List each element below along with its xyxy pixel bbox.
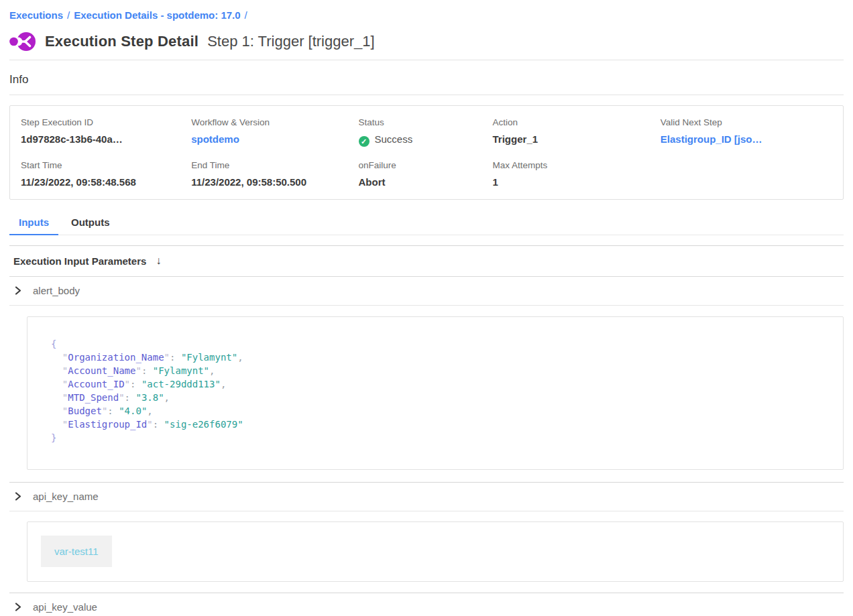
param-name: api_key_value [33, 601, 97, 613]
fylamynt-logo-icon [9, 30, 36, 53]
info-field-label: Step Execution ID [21, 117, 191, 127]
chevron-right-icon[interactable] [13, 286, 22, 295]
param-name: alert_body [33, 285, 80, 296]
chevron-right-icon[interactable] [13, 492, 22, 501]
status-text: Success [375, 133, 413, 145]
alert-body-json: { "Organization_Name": "Fylamynt", "Acco… [27, 317, 843, 444]
param-row-api-key-value[interactable]: api_key_value [9, 593, 844, 616]
info-field: onFailureAbort [359, 160, 493, 188]
info-field: End Time11/23/2022, 09:58:50.500 [191, 160, 358, 188]
divider [9, 95, 844, 95]
tab-outputs[interactable]: Outputs [62, 214, 119, 235]
breadcrumb-separator: / [67, 9, 70, 21]
page-subtitle: Step 1: Trigger [trigger_1] [207, 33, 374, 50]
info-field-label: onFailure [359, 160, 493, 170]
chevron-right-icon[interactable] [13, 603, 22, 611]
breadcrumb: Executions/Execution Details - spotdemo:… [9, 0, 844, 21]
tab-inputs[interactable]: Inputs [9, 214, 58, 235]
info-field-label: Workflow & Version [191, 117, 358, 127]
param-row-api-key-name[interactable]: api_key_name [9, 483, 844, 511]
breadcrumb-separator: / [245, 9, 247, 21]
info-field-value: 11/23/2022, 09:58:50.500 [191, 176, 358, 188]
tab-bar: InputsOutputs [9, 214, 844, 235]
page-title: Execution Step Detail [45, 33, 198, 50]
info-field: Status✓Success [359, 117, 493, 147]
info-field-value: 1 [493, 176, 661, 188]
info-field-value: Trigger_1 [493, 133, 661, 145]
page-header: Execution Step Detail Step 1: Trigger [t… [9, 30, 844, 53]
breadcrumb-link[interactable]: Execution Details - spotdemo: 17.0 [74, 9, 240, 21]
info-field: Max Attempts1 [493, 160, 661, 188]
info-field-label: Action [493, 117, 661, 127]
api-key-name-value: var-test11 [41, 536, 112, 567]
param-name: api_key_name [33, 491, 99, 502]
info-section-heading: Info [9, 60, 844, 95]
info-field: Step Execution ID1d97828c-13b6-40a… [21, 117, 191, 147]
info-field-label: Status [359, 117, 493, 127]
info-card: Step Execution ID1d97828c-13b6-40a…Workf… [9, 105, 844, 200]
info-field-value: ✓Success [359, 133, 493, 147]
info-field: ActionTrigger_1 [493, 117, 661, 147]
info-field-label: Start Time [21, 160, 191, 170]
info-field-value: 11/23/2022, 09:58:48.568 [21, 176, 191, 188]
page: Executions/Execution Details - spotdemo:… [9, 0, 844, 616]
check-circle-icon: ✓ [359, 136, 369, 147]
info-field: Workflow & Versionspotdemo [191, 117, 358, 147]
info-field: Start Time11/23/2022, 09:58:48.568 [21, 160, 191, 188]
api-key-name-value-box: var-test11 [27, 521, 844, 582]
info-field-value: Abort [359, 176, 493, 188]
info-field-value[interactable]: Elastigroup_ID [jso… [661, 133, 832, 145]
param-row-alert-body[interactable]: alert_body [9, 277, 844, 306]
info-field-label: Valid Next Step [661, 117, 832, 127]
info-field-label: Max Attempts [493, 160, 661, 170]
down-arrow-icon[interactable]: ↓ [156, 255, 161, 267]
info-field-value: 1d97828c-13b6-40a… [21, 133, 191, 145]
execution-input-parameters-label: Execution Input Parameters [13, 255, 146, 267]
info-field: Valid Next StepElastigroup_ID [jso… [661, 117, 832, 147]
info-field-label: End Time [191, 160, 358, 170]
info-field-value[interactable]: spotdemo [191, 133, 358, 145]
alert-body-code-box: { "Organization_Name": "Fylamynt", "Acco… [27, 316, 844, 470]
breadcrumb-link[interactable]: Executions [9, 9, 63, 21]
execution-input-parameters-header: Execution Input Parameters ↓ [9, 246, 844, 277]
